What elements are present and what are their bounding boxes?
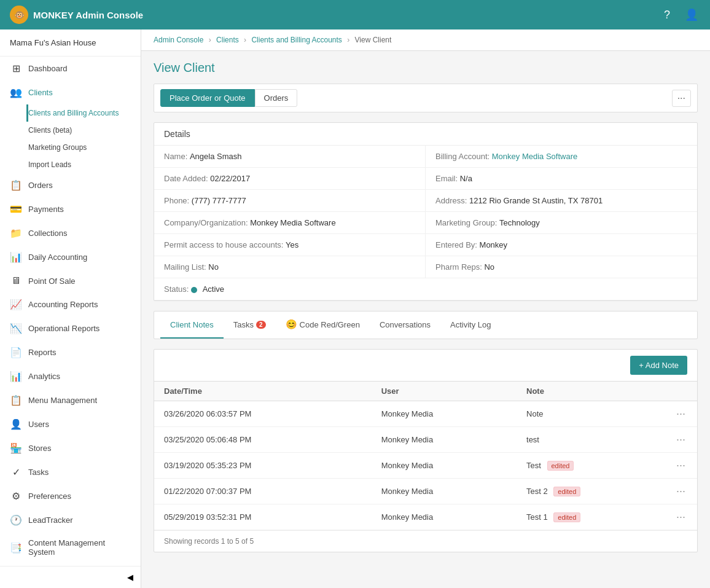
user-icon[interactable]: 👤 <box>683 6 700 23</box>
detail-status: Status: Active <box>154 278 426 300</box>
sub-tab-code-red-green[interactable]: 😊 Code Red/Green <box>276 312 370 339</box>
detail-phone: Phone: (777) 777-7777 <box>154 190 426 212</box>
note-row-menu-btn[interactable]: ··· <box>676 511 685 523</box>
page-title: View Client <box>154 61 698 75</box>
details-card: Details Name: Angela Smash Billing Accou… <box>154 122 698 301</box>
note-row-menu-btn[interactable]: ··· <box>676 459 685 472</box>
orders-icon: 📋 <box>10 179 22 191</box>
table-row: 01/22/2020 07:00:37 PM Monkey Media Test… <box>154 479 697 504</box>
detail-pharm-reps: Pharm Reps: No <box>426 256 697 278</box>
help-icon[interactable]: ? <box>658 6 676 23</box>
app-logo: 🐵 MONKEY Admin Console <box>10 6 143 24</box>
app-title: MONKEY Admin Console <box>33 10 143 20</box>
sidebar-item-dashboard[interactable]: ⊞ Dashboard <box>0 57 141 80</box>
collections-icon: 📁 <box>10 227 22 239</box>
sidebar-item-cms[interactable]: 📑 Content Management System <box>0 532 141 563</box>
sidebar-item-menu-management[interactable]: 📋 Menu Management <box>0 388 141 412</box>
org-name: Mama Fu's Asian House <box>0 29 141 57</box>
sidebar-item-collections[interactable]: 📁 Collections <box>0 221 141 245</box>
details-title: Details <box>154 123 697 146</box>
sidebar: Mama Fu's Asian House ⊞ Dashboard 👥 Clie… <box>0 29 141 588</box>
note-user: Monkey Media <box>372 427 517 453</box>
sub-tab-bar: Client Notes Tasks 2 😊 Code Red/Green Co… <box>154 311 698 339</box>
note-text: test <box>517 427 666 453</box>
detail-mailing-list: Mailing List: No <box>154 256 426 278</box>
tab-more-btn[interactable]: ··· <box>672 90 691 107</box>
menu-management-icon: 📋 <box>10 394 22 406</box>
details-grid: Name: Angela Smash Billing Account: Monk… <box>154 146 697 300</box>
sidebar-item-pos[interactable]: 🖥 Point Of Sale <box>0 269 141 292</box>
clients-submenu: Clients and Billing Accounts Clients (be… <box>0 104 141 173</box>
detail-address: Address: 1212 Rio Grande St Austin, TX 7… <box>426 190 697 212</box>
note-row-menu-btn[interactable]: ··· <box>676 433 685 446</box>
sidebar-sub-import-leads[interactable]: Import Leads <box>28 156 141 173</box>
sub-tab-conversations[interactable]: Conversations <box>370 312 440 339</box>
sidebar-item-operational-reports[interactable]: 📉 Operational Reports <box>0 316 141 340</box>
sidebar-item-leadtracker[interactable]: 🕐 LeadTracker <box>0 508 141 532</box>
leadtracker-icon: 🕐 <box>10 514 22 526</box>
sidebar-item-payments[interactable]: 💳 Payments <box>0 197 141 221</box>
note-datetime: 03/25/2020 05:06:48 PM <box>154 427 372 453</box>
sub-tab-activity-log[interactable]: Activity Log <box>440 312 501 339</box>
detail-billing-account: Billing Account: Monkey Media Software <box>426 146 697 168</box>
tab-orders[interactable]: Orders <box>255 89 298 107</box>
col-datetime: Date/Time <box>154 382 372 401</box>
notes-table: Date/Time User Note 03/26/2020 06:03:57 … <box>154 381 697 530</box>
table-row: 03/26/2020 06:03:57 PM Monkey Media Note… <box>154 401 697 427</box>
operational-reports-icon: 📉 <box>10 323 22 334</box>
note-menu-cell: ··· <box>666 453 697 479</box>
sidebar-sub-clients-billing[interactable]: Clients and Billing Accounts <box>26 104 141 122</box>
note-menu-cell: ··· <box>666 427 697 453</box>
analytics-icon: 📊 <box>10 370 22 382</box>
edited-badge: edited <box>547 461 574 471</box>
tab-place-order[interactable]: Place Order or Quote <box>160 89 255 107</box>
sidebar-item-orders[interactable]: 📋 Orders <box>0 173 141 197</box>
detail-marketing-group: Marketing Group: Technology <box>426 212 697 234</box>
chevron-left-icon: ◀ <box>127 573 133 582</box>
note-menu-cell: ··· <box>666 401 697 427</box>
cms-icon: 📑 <box>10 542 22 554</box>
sidebar-item-accounting-reports[interactable]: 📈 Accounting Reports <box>0 292 141 316</box>
detail-email: Email: N/a <box>426 168 697 190</box>
sidebar-item-daily-accounting[interactable]: 📊 Daily Accounting <box>0 245 141 269</box>
note-user: Monkey Media <box>372 401 517 427</box>
sidebar-item-stores[interactable]: 🏪 Stores <box>0 436 141 460</box>
note-menu-cell: ··· <box>666 504 697 530</box>
sidebar-item-users[interactable]: 👤 Users <box>0 412 141 436</box>
payments-icon: 💳 <box>10 203 22 215</box>
reports-icon: 📄 <box>10 347 22 358</box>
detail-name: Name: Angela Smash <box>154 146 426 168</box>
sidebar-collapse-btn[interactable]: ◀ <box>0 566 141 588</box>
note-datetime: 01/22/2020 07:00:37 PM <box>154 479 372 504</box>
breadcrumb-admin-console[interactable]: Admin Console <box>154 36 203 44</box>
note-text: Test edited <box>517 453 666 479</box>
sub-tab-client-notes[interactable]: Client Notes <box>160 312 224 339</box>
add-note-button[interactable]: + Add Note <box>630 356 687 375</box>
sidebar-item-analytics[interactable]: 📊 Analytics <box>0 364 141 388</box>
sidebar-item-tasks[interactable]: ✓ Tasks <box>0 460 141 484</box>
daily-accounting-icon: 📊 <box>10 251 22 263</box>
sidebar-sub-clients-beta[interactable]: Clients (beta) <box>28 122 141 139</box>
breadcrumb-clients[interactable]: Clients <box>216 36 239 44</box>
accounting-reports-icon: 📈 <box>10 299 22 310</box>
breadcrumb-clients-billing[interactable]: Clients and Billing Accounts <box>251 36 341 44</box>
sidebar-item-reports[interactable]: 📄 Reports <box>0 340 141 364</box>
note-menu-cell: ··· <box>666 479 697 504</box>
note-text: Note <box>517 401 666 427</box>
sidebar-item-preferences[interactable]: ⚙ Preferences <box>0 484 141 508</box>
note-row-menu-btn[interactable]: ··· <box>676 485 685 498</box>
note-datetime: 05/29/2019 03:52:31 PM <box>154 504 372 530</box>
breadcrumb: Admin Console › Clients › Clients and Bi… <box>141 29 710 51</box>
clients-icon: 👥 <box>10 87 22 98</box>
users-icon: 👤 <box>10 418 22 430</box>
stores-icon: 🏪 <box>10 442 22 454</box>
pos-icon: 🖥 <box>10 275 22 286</box>
sidebar-item-clients[interactable]: 👥 Clients <box>0 80 141 104</box>
table-row: 03/19/2020 05:35:23 PM Monkey Media Test… <box>154 453 697 479</box>
note-row-menu-btn[interactable]: ··· <box>676 407 685 420</box>
sub-tab-tasks[interactable]: Tasks 2 <box>224 312 276 339</box>
sidebar-sub-marketing-groups[interactable]: Marketing Groups <box>28 139 141 156</box>
note-datetime: 03/19/2020 05:35:23 PM <box>154 453 372 479</box>
detail-date-added: Date Added: 02/22/2017 <box>154 168 426 190</box>
note-user: Monkey Media <box>372 479 517 504</box>
